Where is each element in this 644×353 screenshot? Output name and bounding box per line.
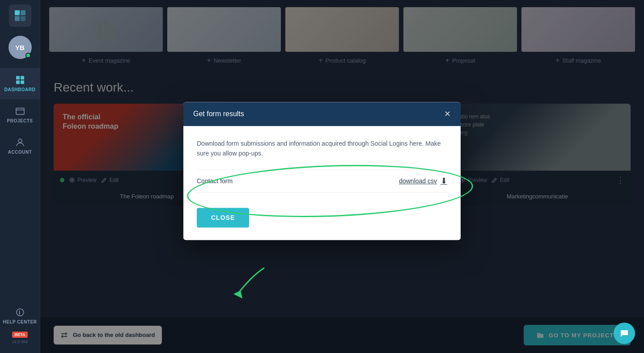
svg-rect-8	[16, 108, 24, 114]
sidebar-item-projects[interactable]: PROJECTS	[0, 99, 40, 130]
download-csv-button[interactable]: download csv ⬇	[399, 176, 447, 186]
modal-description: Download form submissions and informatio…	[197, 139, 447, 159]
chat-icon	[619, 328, 629, 338]
sidebar-item-dashboard[interactable]: DASHBOARD	[0, 68, 40, 99]
app-logo[interactable]	[9, 4, 31, 27]
svg-rect-7	[21, 80, 24, 84]
svg-point-9	[18, 139, 22, 143]
svg-rect-5	[21, 76, 24, 80]
modal-form-row: Contact form download csv ⬇	[197, 169, 447, 193]
svg-rect-1	[21, 10, 25, 15]
sidebar-account-label: ACCOUNT	[8, 150, 32, 155]
online-status-dot	[25, 53, 31, 58]
chat-button[interactable]	[614, 323, 635, 344]
sidebar-help-label: HELP CENTER	[3, 319, 37, 324]
sidebar-item-account[interactable]: ACCOUNT	[0, 130, 40, 162]
sidebar-item-help[interactable]: i HELP CENTER	[0, 300, 40, 332]
modal-body: Download form submissions and informatio…	[183, 126, 461, 208]
sidebar-dashboard-label: DASHBOARD	[4, 87, 36, 92]
sidebar-bottom: BETA v2.0.504	[12, 332, 28, 349]
modal-footer: CLOSE	[183, 208, 461, 240]
avatar[interactable]: YB	[8, 36, 32, 59]
sidebar-projects-label: PROJECTS	[7, 118, 33, 123]
svg-rect-3	[21, 16, 25, 21]
modal-title: Get form results	[193, 110, 244, 118]
sidebar: YB DASHBOARD PROJECTS ACCOUNT i HELP CEN…	[0, 0, 40, 353]
svg-rect-4	[16, 76, 20, 80]
modal-get-form-results: Get form results ✕ Download form submiss…	[183, 102, 461, 240]
beta-badge: BETA	[12, 332, 28, 338]
svg-rect-2	[15, 16, 20, 21]
form-name: Contact form	[197, 177, 233, 185]
modal-header: Get form results ✕	[183, 102, 461, 126]
version-text: v2.0.504	[12, 340, 28, 344]
modal-close-button[interactable]: ✕	[444, 110, 451, 118]
svg-text:i: i	[19, 310, 21, 316]
svg-rect-6	[16, 80, 20, 84]
download-icon: ⬇	[441, 176, 447, 186]
svg-rect-0	[15, 10, 20, 15]
modal-close-action-button[interactable]: CLOSE	[197, 208, 249, 227]
